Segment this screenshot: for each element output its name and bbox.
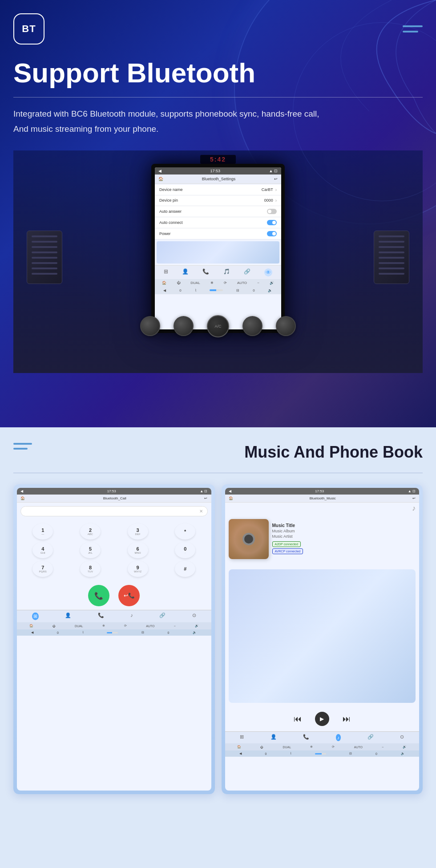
screen-nav-bar: 🏠 Bluetooth_Settings ↩: [155, 174, 281, 184]
music-screen: ◀ 17:53 ▲ ⊡ 🏠 Bluetooth_Music ↩ ♪: [225, 488, 420, 791]
volume-down[interactable]: 🔉: [268, 288, 272, 292]
key-1[interactable]: 1—: [32, 523, 53, 539]
m-link-icon[interactable]: 🔗: [367, 734, 374, 741]
music-home-icon[interactable]: 🏠: [229, 496, 233, 500]
dialpad: 1— 2ABC 3DEF * 4GHI 5JKL 6MNO 0· 7PQRS 8…: [17, 520, 211, 580]
call-back-icon[interactable]: ↩: [204, 496, 207, 500]
call-link-icon[interactable]: 🔗: [159, 612, 166, 620]
key-7[interactable]: 7PQRS: [32, 561, 53, 577]
c-dual: DUAL: [75, 625, 83, 628]
call-search-input[interactable]: ✕: [20, 506, 208, 516]
clear-icon[interactable]: ✕: [199, 509, 203, 514]
c-temp2[interactable]: [107, 632, 118, 633]
c-back2[interactable]: ◀: [31, 631, 33, 634]
menu-button[interactable]: [403, 25, 423, 32]
left-knob[interactable]: [140, 316, 160, 336]
key-3[interactable]: 3DEF: [128, 523, 148, 539]
person-icon[interactable]: 👤: [182, 268, 189, 276]
call-person-icon[interactable]: 👤: [65, 612, 71, 620]
link-icon[interactable]: 🔗: [244, 268, 250, 276]
left-vent: [27, 231, 62, 284]
call-status-icons: ▲ ⊡: [200, 489, 207, 493]
auto-connect-toggle[interactable]: [267, 220, 277, 225]
music-back-arrow[interactable]: ◀: [229, 489, 231, 493]
volume-icon[interactable]: 🔊: [270, 281, 274, 285]
m-phone-icon[interactable]: 📞: [303, 734, 309, 741]
music-icon[interactable]: 🎵: [223, 268, 230, 276]
back-car[interactable]: ◀: [163, 288, 166, 292]
screen-status-bar: ◀ 17:53 ▲ ⊡: [155, 167, 281, 174]
music-note-button[interactable]: ♪: [225, 503, 420, 512]
next-icon[interactable]: ⏭: [343, 714, 351, 724]
m-power[interactable]: ⏻: [260, 746, 263, 749]
m-auto[interactable]: AUTO: [354, 746, 363, 749]
bottom-menu-icon[interactable]: [13, 443, 32, 450]
key-9[interactable]: 9WXYZ: [128, 561, 148, 577]
home-icon[interactable]: 🏠: [158, 177, 163, 181]
left-knob-2[interactable]: [174, 316, 194, 336]
eye-icon[interactable]: 👁: [264, 268, 272, 276]
back-icon[interactable]: ↩: [274, 177, 278, 181]
m-back2[interactable]: ◀: [239, 752, 242, 755]
auto-answer-toggle[interactable]: [267, 209, 277, 214]
zero-1: 0: [179, 288, 181, 292]
right-knob-1[interactable]: [242, 316, 262, 336]
album-art: [229, 519, 269, 559]
power-car-icon[interactable]: ⏻: [177, 281, 180, 285]
m-vol[interactable]: 🔊: [403, 745, 407, 749]
key-star[interactable]: *: [175, 523, 195, 539]
c-home[interactable]: 🏠: [29, 624, 33, 628]
call-nav-bar: 🏠 Bluetooth_Call ↩: [17, 495, 211, 503]
call-button[interactable]: 📞: [88, 585, 109, 606]
snowflake-icon: ❄: [210, 281, 214, 285]
call-eye-icon[interactable]: ⊙: [192, 612, 196, 620]
phone-icon[interactable]: 📞: [202, 268, 209, 276]
key-hash[interactable]: #: [175, 561, 195, 577]
key-5[interactable]: 5JKL: [80, 542, 101, 558]
a2dp-badge: A2DP connected: [272, 541, 301, 547]
music-screen-title: Bluetooth_Music: [310, 496, 336, 500]
c-vold2[interactable]: 🔉: [193, 631, 197, 634]
play-button[interactable]: ▶: [315, 712, 329, 726]
prev-icon[interactable]: ⏮: [294, 714, 302, 724]
music-artist: Music Artist: [272, 534, 416, 539]
call-phone-icon[interactable]: 📞: [98, 612, 104, 620]
c-auto[interactable]: AUTO: [146, 625, 154, 628]
key-0[interactable]: 0·: [175, 542, 195, 558]
home-car-icon[interactable]: 🏠: [162, 281, 166, 285]
bt-logo: BT: [13, 13, 44, 45]
bottom-divider: [13, 473, 423, 473]
ac-button[interactable]: A/C: [207, 315, 229, 337]
device-pin-label: Device pin: [159, 198, 178, 203]
time-display: 5:42: [200, 155, 236, 164]
grid-icon[interactable]: ⊞: [164, 268, 168, 276]
call-grid-icon[interactable]: ⊞: [32, 612, 39, 620]
call-back-arrow[interactable]: ◀: [20, 489, 23, 493]
right-knob-2[interactable]: [276, 316, 296, 336]
music-back-icon[interactable]: ↩: [412, 496, 416, 500]
m-vold2[interactable]: 🔉: [401, 752, 405, 755]
key-8[interactable]: 8TUV: [80, 561, 101, 577]
key-4[interactable]: 4GHI: [32, 542, 53, 558]
back-arrow[interactable]: ◀: [158, 169, 161, 173]
music-details: Music Title Music Album Music Artist A2D…: [272, 523, 416, 556]
c-vol[interactable]: 🔊: [195, 624, 199, 628]
m-grid-icon[interactable]: ⊞: [240, 734, 244, 741]
temp-slider[interactable]: [210, 289, 223, 291]
power-toggle[interactable]: [267, 231, 277, 236]
device-name-label: Device name: [159, 187, 183, 192]
key-2[interactable]: 2ABC: [80, 523, 101, 539]
m-eye-icon[interactable]: ⊙: [400, 734, 404, 741]
c-power[interactable]: ⏻: [52, 625, 56, 628]
c-wind: ~: [174, 625, 176, 628]
m-person-icon[interactable]: 👤: [270, 734, 277, 741]
key-6[interactable]: 6MNO: [128, 542, 148, 558]
m-music-note-icon[interactable]: ♪: [336, 734, 341, 741]
m-temp2[interactable]: [315, 753, 326, 754]
m-home[interactable]: 🏠: [237, 745, 241, 749]
call-music-note-icon[interactable]: ♪: [130, 612, 133, 620]
call-home-icon[interactable]: 🏠: [20, 496, 25, 500]
auto-label[interactable]: AUTO: [237, 281, 247, 285]
search-placeholder: [25, 509, 29, 514]
redial-button[interactable]: ↩📞: [118, 585, 140, 606]
